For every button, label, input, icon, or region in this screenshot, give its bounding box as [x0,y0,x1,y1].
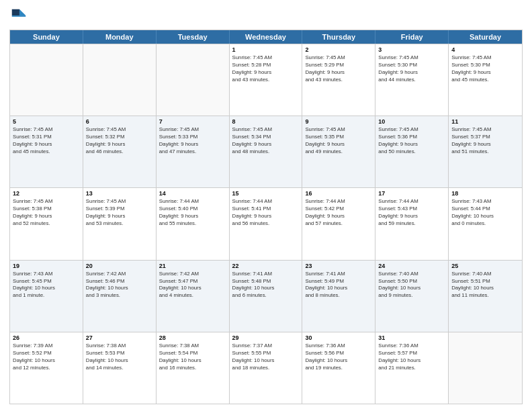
day-number: 25 [451,263,519,269]
header-friday: Friday [375,30,449,44]
calendar-cell [449,332,522,404]
calendar-cell: 12Sunrise: 7:45 AM Sunset: 5:38 PM Dayli… [10,188,83,259]
cell-info: Sunrise: 7:38 AM Sunset: 5:53 PM Dayligh… [86,342,153,372]
calendar-cell: 17Sunrise: 7:44 AM Sunset: 5:43 PM Dayli… [375,188,449,259]
day-number: 18 [451,190,519,197]
cell-info: Sunrise: 7:43 AM Sunset: 5:45 PM Dayligh… [13,271,80,300]
day-number: 1 [232,46,300,53]
cell-info: Sunrise: 7:45 AM Sunset: 5:35 PM Dayligh… [305,126,372,156]
calendar-cell: 30Sunrise: 7:36 AM Sunset: 5:56 PM Dayli… [302,332,375,404]
day-number: 29 [232,334,300,341]
calendar-cell: 1Sunrise: 7:45 AM Sunset: 5:28 PM Daylig… [230,44,303,116]
cell-info: Sunrise: 7:42 AM Sunset: 5:46 PM Dayligh… [86,271,153,300]
day-number: 3 [378,46,445,53]
calendar-cell [83,44,157,116]
day-number: 11 [451,118,519,125]
calendar-cell: 7Sunrise: 7:45 AM Sunset: 5:33 PM Daylig… [157,116,230,187]
calendar-cell: 26Sunrise: 7:39 AM Sunset: 5:52 PM Dayli… [10,332,83,404]
day-number: 4 [451,46,519,53]
header-monday: Monday [83,30,157,44]
header-wednesday: Wednesday [230,30,303,44]
cell-info: Sunrise: 7:45 AM Sunset: 5:37 PM Dayligh… [451,126,519,156]
calendar-cell: 19Sunrise: 7:43 AM Sunset: 5:45 PM Dayli… [10,261,83,332]
calendar-cell: 15Sunrise: 7:44 AM Sunset: 5:41 PM Dayli… [230,188,303,259]
logo-icon [9,7,28,26]
calendar-header: Sunday Monday Tuesday Wednesday Thursday… [10,30,522,44]
calendar-week-5: 26Sunrise: 7:39 AM Sunset: 5:52 PM Dayli… [10,332,522,404]
calendar-cell: 31Sunrise: 7:36 AM Sunset: 5:57 PM Dayli… [375,332,449,404]
cell-info: Sunrise: 7:45 AM Sunset: 5:38 PM Dayligh… [13,198,80,228]
calendar-cell: 14Sunrise: 7:44 AM Sunset: 5:40 PM Dayli… [157,188,230,259]
cell-info: Sunrise: 7:45 AM Sunset: 5:33 PM Dayligh… [159,126,226,156]
day-number: 5 [13,118,80,125]
cell-info: Sunrise: 7:44 AM Sunset: 5:40 PM Dayligh… [159,198,226,228]
cell-info: Sunrise: 7:45 AM Sunset: 5:31 PM Dayligh… [13,126,80,156]
day-number: 2 [305,46,372,53]
cell-info: Sunrise: 7:38 AM Sunset: 5:54 PM Dayligh… [159,342,226,372]
calendar-cell: 6Sunrise: 7:45 AM Sunset: 5:32 PM Daylig… [83,116,157,187]
day-number: 9 [305,118,372,125]
calendar-cell: 18Sunrise: 7:43 AM Sunset: 5:44 PM Dayli… [449,188,522,259]
day-number: 27 [86,334,153,341]
cell-info: Sunrise: 7:45 AM Sunset: 5:30 PM Dayligh… [378,54,445,84]
svg-rect-2 [12,15,26,17]
calendar-cell [10,44,83,116]
calendar-cell: 27Sunrise: 7:38 AM Sunset: 5:53 PM Dayli… [83,332,157,404]
cell-info: Sunrise: 7:45 AM Sunset: 5:34 PM Dayligh… [232,126,300,156]
logo [9,7,31,26]
calendar-cell: 24Sunrise: 7:40 AM Sunset: 5:50 PM Dayli… [375,261,449,332]
cell-info: Sunrise: 7:45 AM Sunset: 5:30 PM Dayligh… [451,54,519,84]
calendar-cell: 10Sunrise: 7:45 AM Sunset: 5:36 PM Dayli… [375,116,449,187]
day-number: 6 [86,118,153,125]
calendar-cell: 3Sunrise: 7:45 AM Sunset: 5:30 PM Daylig… [375,44,449,116]
calendar-cell: 5Sunrise: 7:45 AM Sunset: 5:31 PM Daylig… [10,116,83,187]
calendar-cell: 16Sunrise: 7:44 AM Sunset: 5:42 PM Dayli… [302,188,375,259]
calendar-cell: 23Sunrise: 7:41 AM Sunset: 5:49 PM Dayli… [302,261,375,332]
cell-info: Sunrise: 7:36 AM Sunset: 5:57 PM Dayligh… [378,342,445,372]
cell-info: Sunrise: 7:41 AM Sunset: 5:48 PM Dayligh… [232,271,300,300]
day-number: 24 [378,263,445,269]
cell-info: Sunrise: 7:45 AM Sunset: 5:28 PM Dayligh… [232,54,300,84]
calendar-cell: 2Sunrise: 7:45 AM Sunset: 5:29 PM Daylig… [302,44,375,116]
day-number: 22 [232,263,300,269]
day-number: 21 [159,263,226,269]
cell-info: Sunrise: 7:42 AM Sunset: 5:47 PM Dayligh… [159,271,226,300]
cell-info: Sunrise: 7:44 AM Sunset: 5:41 PM Dayligh… [232,198,300,228]
day-number: 30 [305,334,372,341]
calendar-cell: 21Sunrise: 7:42 AM Sunset: 5:47 PM Dayli… [157,261,230,332]
calendar-cell: 20Sunrise: 7:42 AM Sunset: 5:46 PM Dayli… [83,261,157,332]
calendar-week-2: 5Sunrise: 7:45 AM Sunset: 5:31 PM Daylig… [10,116,522,187]
svg-marker-0 [19,9,26,15]
day-number: 16 [305,190,372,197]
cell-info: Sunrise: 7:45 AM Sunset: 5:39 PM Dayligh… [86,198,153,228]
cell-info: Sunrise: 7:45 AM Sunset: 5:32 PM Dayligh… [86,126,153,156]
calendar-cell: 4Sunrise: 7:45 AM Sunset: 5:30 PM Daylig… [449,44,522,116]
calendar-cell: 13Sunrise: 7:45 AM Sunset: 5:39 PM Dayli… [83,188,157,259]
day-number: 7 [159,118,226,125]
calendar-cell: 22Sunrise: 7:41 AM Sunset: 5:48 PM Dayli… [230,261,303,332]
calendar-body: 1Sunrise: 7:45 AM Sunset: 5:28 PM Daylig… [10,44,522,404]
cell-info: Sunrise: 7:37 AM Sunset: 5:55 PM Dayligh… [232,342,300,372]
calendar-cell: 11Sunrise: 7:45 AM Sunset: 5:37 PM Dayli… [449,116,522,187]
calendar-cell: 29Sunrise: 7:37 AM Sunset: 5:55 PM Dayli… [230,332,303,404]
calendar-cell: 8Sunrise: 7:45 AM Sunset: 5:34 PM Daylig… [230,116,303,187]
header-tuesday: Tuesday [157,30,230,44]
day-number: 23 [305,263,372,269]
day-number: 14 [159,190,226,197]
cell-info: Sunrise: 7:44 AM Sunset: 5:42 PM Dayligh… [305,198,372,228]
calendar-week-4: 19Sunrise: 7:43 AM Sunset: 5:45 PM Dayli… [10,260,522,332]
day-number: 13 [86,190,153,197]
cell-info: Sunrise: 7:45 AM Sunset: 5:29 PM Dayligh… [305,54,372,84]
calendar-cell: 9Sunrise: 7:45 AM Sunset: 5:35 PM Daylig… [302,116,375,187]
svg-rect-1 [12,9,19,15]
day-number: 31 [378,334,445,341]
day-number: 10 [378,118,445,125]
calendar-cell [157,44,230,116]
cell-info: Sunrise: 7:45 AM Sunset: 5:36 PM Dayligh… [378,126,445,156]
cell-info: Sunrise: 7:36 AM Sunset: 5:56 PM Dayligh… [305,342,372,372]
calendar: Sunday Monday Tuesday Wednesday Thursday… [9,30,523,404]
header-sunday: Sunday [10,30,83,44]
cell-info: Sunrise: 7:41 AM Sunset: 5:49 PM Dayligh… [305,271,372,300]
calendar-week-1: 1Sunrise: 7:45 AM Sunset: 5:28 PM Daylig… [10,44,522,116]
calendar-cell: 25Sunrise: 7:40 AM Sunset: 5:51 PM Dayli… [449,261,522,332]
